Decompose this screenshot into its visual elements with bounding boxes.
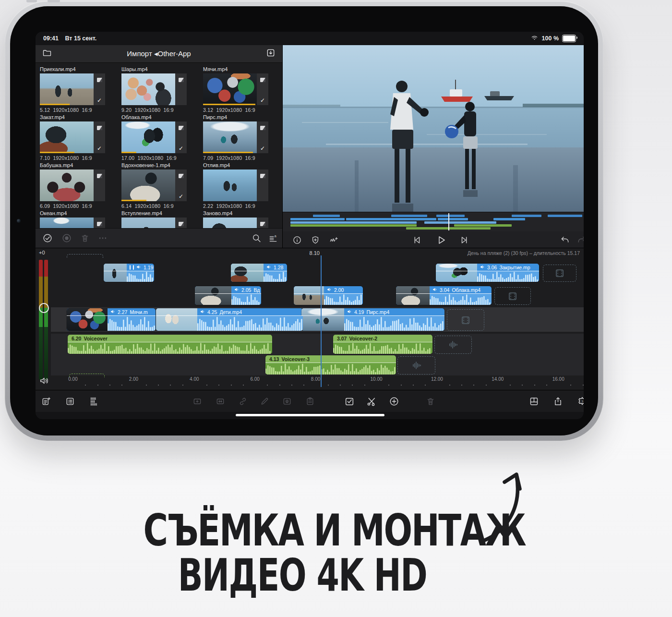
timeline-clip[interactable]: 2.27Мячи.m: [67, 308, 156, 331]
overview-playhead[interactable]: [448, 213, 450, 230]
check-icon: ✓: [179, 145, 183, 151]
import-panel: Импорт ◂Other-App Приехали.mp4 ✓5.12 192…: [36, 45, 283, 248]
ruler-tick: [340, 385, 341, 386]
media-gutter: [94, 169, 105, 201]
media-item[interactable]: Облака.mp4 ✓17.00 1920x1080 16:9: [121, 114, 203, 162]
split-button[interactable]: [366, 396, 377, 407]
media-item[interactable]: Отлив.mp4 2.22 1920x1080 16:9: [203, 162, 282, 210]
media-item[interactable]: Бабушка.mp4 6.09 1920x1080 16:9: [40, 162, 121, 210]
timeline-clip[interactable]: 3.04Облака.mp4: [396, 286, 492, 305]
overview-bar: [454, 224, 511, 227]
media-item[interactable]: Приехали.mp4 ✓5.12 1920x1080 16:9: [40, 66, 121, 114]
timeline-clip[interactable]: 1.19Всту: [104, 264, 154, 282]
add-button[interactable]: [389, 396, 399, 407]
media-item[interactable]: Заново.mp4: [203, 210, 282, 229]
share-button[interactable]: [553, 396, 563, 406]
usage-bar: [203, 104, 255, 105]
clip-details-button[interactable]: [65, 397, 75, 406]
check-icon: ✓: [260, 145, 265, 151]
media-gutter: ✓: [257, 73, 268, 105]
ruler-tick: [231, 385, 232, 386]
timeline-clip[interactable]: 3.07Voiceover-2: [333, 335, 432, 354]
video-placeholder[interactable]: [543, 265, 576, 282]
track-sizes-button[interactable]: [89, 396, 100, 407]
preview-controls: [283, 231, 584, 248]
ruler-tick: [109, 385, 110, 386]
media-gutter: ✓: [94, 73, 105, 105]
media-thumbnail[interactable]: [121, 218, 175, 229]
video-placeholder[interactable]: [494, 287, 531, 305]
timeline-panel: 8.10 День на пляже (2) (30 fps) – длител…: [36, 248, 584, 390]
timeline-clip[interactable]: 4.19Пирс.mp4: [301, 308, 444, 331]
marker-add-icon[interactable]: [311, 235, 320, 245]
timeline-clip[interactable]: 6.20Voiceover: [68, 335, 272, 354]
preview-video[interactable]: [283, 45, 584, 212]
film-icon: [179, 171, 184, 180]
media-thumbnail[interactable]: [121, 73, 175, 105]
media-meta: 9.20 1920x1080 16:9: [121, 107, 203, 113]
add-media-button[interactable]: [41, 397, 51, 406]
timeline-overview[interactable]: [283, 212, 584, 231]
home-indicator[interactable]: [236, 414, 384, 416]
media-thumbnail[interactable]: [40, 218, 94, 229]
clip-label: 4.19Пирс.mp4: [301, 308, 444, 316]
volume-down-button[interactable]: [48, 0, 60, 2]
usage-bar: [40, 104, 70, 105]
timeline-clip[interactable]: 3.06Закрытие.mp: [436, 264, 539, 282]
media-item[interactable]: Вступление.mp4: [121, 210, 203, 229]
ipad-device: 09:41 Вт 15 сент. 100 % Импо: [5, 1, 603, 441]
media-thumbnail[interactable]: [203, 169, 257, 201]
gain-knob[interactable]: [39, 303, 49, 313]
media-item[interactable]: Пирс.mp4 ✓7.09 1920x1080 16:9: [203, 114, 282, 162]
ruler-tick: [170, 385, 171, 386]
media-thumbnail[interactable]: [40, 73, 94, 105]
layout-button[interactable]: [529, 396, 539, 406]
media-thumbnail[interactable]: [121, 121, 175, 153]
speaker-icon[interactable]: [39, 375, 49, 386]
media-thumbnail[interactable]: [203, 121, 257, 153]
import-source[interactable]: ◂Other-App: [154, 49, 191, 58]
check-icon: ✓: [97, 145, 102, 151]
stage: 09:41 Вт 15 сент. 100 % Импо: [0, 0, 672, 617]
timeline-playhead[interactable]: [321, 255, 322, 387]
redo-icon: [577, 235, 584, 245]
undo-icon[interactable]: [560, 235, 570, 245]
media-name: Приехали.mp4: [40, 66, 112, 72]
settings-button[interactable]: ?: [577, 396, 584, 407]
timeline-clip[interactable]: 2.05Вд: [195, 286, 261, 305]
media-thumbnail[interactable]: [203, 218, 257, 229]
timeline-clip[interactable]: 1.28: [231, 264, 287, 282]
timeline-clip[interactable]: 4.13Voiceover-3: [265, 355, 396, 375]
media-item[interactable]: Вдохновение-1.mp4 ✓6.14 1920x1080 16:9: [121, 162, 203, 210]
media-thumbnail[interactable]: [121, 169, 175, 201]
select-all-icon[interactable]: [42, 233, 53, 243]
media-thumbnail[interactable]: [40, 121, 94, 153]
info-icon[interactable]: [292, 235, 302, 245]
video-placeholder[interactable]: [447, 309, 484, 331]
media-item[interactable]: Мячи.mp4 ✓3.12 1920x1080 16:9: [203, 66, 282, 114]
media-meta: 5.12 1920x1080 16:9: [40, 107, 121, 113]
front-camera: [17, 219, 21, 223]
select-button[interactable]: [344, 396, 355, 407]
media-item[interactable]: Закат.mp4 ✓7.10 1920x1080 16:9: [40, 114, 121, 162]
audio-placeholder[interactable]: [397, 356, 435, 375]
timeline-clip[interactable]: 4.25Дети.mp4: [156, 308, 303, 331]
search-icon[interactable]: [252, 233, 262, 243]
timeline-clip[interactable]: 2.00: [294, 286, 363, 305]
media-thumbnail[interactable]: [203, 73, 257, 105]
ruler-tick: [279, 385, 280, 386]
film-icon: [260, 219, 265, 228]
media-item[interactable]: Океан.mp4: [40, 210, 121, 229]
skip-back-icon[interactable]: [411, 235, 422, 245]
sort-icon[interactable]: a: [268, 233, 278, 243]
skip-forward-icon[interactable]: [459, 235, 470, 245]
folder-icon[interactable]: [42, 48, 52, 60]
audio-placeholder[interactable]: [434, 336, 472, 354]
overview-bar: [424, 221, 496, 224]
download-icon[interactable]: [266, 48, 276, 60]
play-icon[interactable]: [435, 234, 447, 246]
media-item[interactable]: Шары.mp4 9.20 1920x1080 16:9: [121, 66, 203, 114]
media-thumbnail[interactable]: [40, 169, 94, 201]
audio-add-icon[interactable]: [329, 235, 338, 245]
volume-up-button[interactable]: [26, 0, 37, 2]
